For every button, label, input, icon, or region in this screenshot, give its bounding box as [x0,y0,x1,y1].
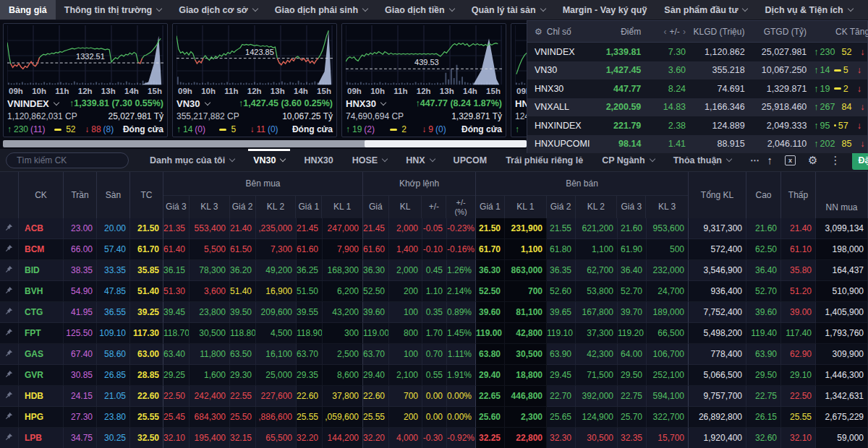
bid-vol-1[interactable]: 168,300 [323,260,363,281]
floor-price[interactable]: 47.85 [97,281,130,302]
menu-item-3[interactable]: Giao dịch phái sinh [266,0,376,20]
bid-price-2[interactable]: 25.50 [230,407,256,428]
match-price[interactable]: 39.60 [363,302,389,323]
pin-icon[interactable] [0,323,19,344]
bid-price-1[interactable]: 29.35 [297,365,323,386]
ask-vol-1[interactable]: 700 [505,281,547,302]
bid-price-3[interactable]: 32.10 [163,428,190,448]
floor-price[interactable]: 33.35 [97,260,130,281]
ask-price-3[interactable]: 64.00 [618,344,647,365]
ask-price-2[interactable]: 61.80 [547,239,576,260]
bid-vol-2[interactable]: 227,600 [256,386,297,407]
bid-vol-3[interactable]: 553,400 [190,218,230,239]
bid-vol-1[interactable]: 43,200 [323,302,363,323]
ask-price-1[interactable]: 21.50 [476,218,505,239]
bid-vol-2[interactable]: 4,500 [256,323,297,344]
bid-price-1[interactable]: 32.20 [297,428,323,448]
ticker-symbol[interactable]: GVR [19,365,64,386]
search-box[interactable] [6,152,129,168]
bid-price-3[interactable]: 63.40 [163,344,190,365]
match-price[interactable]: 61.60 [363,239,389,260]
match-price[interactable]: 63.70 [363,344,389,365]
ask-price-3[interactable]: 21.60 [618,218,647,239]
bid-vol-2[interactable]: 209,600 [256,302,297,323]
scroll-top-arrow-icon[interactable]: ↑ [767,155,773,165]
bid-price-2[interactable]: 29.30 [230,365,256,386]
ask-vol-3[interactable]: 24,700 [647,281,689,302]
menu-item-8[interactable]: Dịch vụ & Tiện ích [756,0,861,20]
match-price[interactable]: 36.30 [363,260,389,281]
ask-price-1[interactable]: 29.40 [476,365,505,386]
tab-danh-mục-của-tôi[interactable]: Danh mục của tôi [142,149,242,171]
floor-price[interactable]: 36.55 [97,302,130,323]
index-symbol-dropdown[interactable]: VNINDEX [7,98,59,109]
export-excel-icon[interactable]: x [785,155,796,165]
bid-vol-1[interactable]: 7,900 [323,239,363,260]
ask-price-2[interactable]: 29.45 [547,365,576,386]
bid-vol-1[interactable]: 247,000 [323,218,363,239]
bid-price-2[interactable]: 118.80 [230,323,256,344]
bid-price-3[interactable]: 61.40 [163,239,190,260]
ask-price-2[interactable]: 39.65 [547,302,576,323]
bid-price-3[interactable]: 29.25 [163,365,190,386]
ceiling-price[interactable]: 38.35 [64,260,97,281]
match-change[interactable]: 1.70 [422,323,447,344]
menu-item-0[interactable]: Bảng giá [0,0,56,20]
match-change-pct[interactable]: 0.89% [447,302,476,323]
match-vol[interactable]: 200 [389,407,422,428]
match-vol[interactable]: 100 [389,344,422,365]
bid-vol-3[interactable]: 23,800 [190,302,230,323]
ticker-symbol[interactable]: BVH [19,281,64,302]
pin-icon[interactable] [0,407,19,428]
bid-vol-2[interactable]: 65,500 [256,428,297,448]
bid-price-3[interactable]: 39.45 [163,302,190,323]
match-change[interactable]: 0.55 [422,365,447,386]
menu-item-4[interactable]: Giao dịch tiền [376,0,463,20]
match-price[interactable]: 22.60 [363,386,389,407]
menu-item-5[interactable]: Quản lý tài sản [463,0,554,20]
floor-price[interactable]: 21.05 [97,386,130,407]
reference-price[interactable]: 51.40 [130,281,163,302]
bid-price-1[interactable]: 21.45 [297,218,323,239]
settings-gear-icon[interactable]: ⚙ [535,27,542,37]
match-change[interactable]: -0.05 [422,218,447,239]
ask-vol-1[interactable]: 231,900 [505,218,547,239]
pin-icon[interactable] [0,239,19,260]
ticker-symbol[interactable]: ACB [19,218,64,239]
ask-vol-3[interactable]: 594,100 [647,386,689,407]
bid-price-3[interactable]: 22.50 [163,386,190,407]
match-change[interactable]: 0.00 [422,386,447,407]
match-change[interactable]: 0.45 [422,260,447,281]
ask-vol-1[interactable]: 81,100 [505,302,547,323]
ceiling-price[interactable]: 66.00 [64,239,97,260]
ceiling-price[interactable]: 41.95 [64,302,97,323]
reference-price[interactable]: 28.85 [130,365,163,386]
ask-price-2[interactable]: 21.55 [547,218,576,239]
ask-price-1[interactable]: 61.70 [476,239,505,260]
ask-vol-1[interactable]: 22,800 [505,428,547,448]
match-change[interactable]: -0.30 [422,428,447,448]
match-change-pct[interactable]: 2.14% [447,281,476,302]
index-row-vn30[interactable]: VN301,427.453.60355.21810,067.250↑145↓ [527,61,867,80]
bid-price-2[interactable]: 32.15 [230,428,256,448]
match-vol[interactable]: 4,000 [389,428,422,448]
bid-price-1[interactable]: 36.25 [297,260,323,281]
reference-price[interactable]: 25.55 [130,407,163,428]
match-price[interactable]: 52.50 [363,281,389,302]
bid-vol-1[interactable]: 144,200 [323,428,363,448]
ceiling-price[interactable]: 30.85 [64,365,97,386]
ask-price-3[interactable]: 36.40 [618,260,647,281]
bid-price-1[interactable]: 22.60 [297,386,323,407]
ask-price-2[interactable]: 22.70 [547,386,576,407]
bid-price-3[interactable]: 51.30 [163,281,190,302]
match-price[interactable]: 32.20 [363,428,389,448]
ask-vol-1[interactable]: 18,800 [505,365,547,386]
ask-price-1[interactable]: 36.30 [476,260,505,281]
match-vol[interactable]: 700 [389,386,422,407]
match-vol[interactable]: 100 [389,302,422,323]
ask-vol-2[interactable]: 30,500 [576,428,618,448]
bid-vol-1[interactable]: 37,800 [323,386,363,407]
ask-vol-1[interactable]: 2,300 [505,407,547,428]
index-row-vnxall[interactable]: VNXALL2,200.5914.831,166.34625,918.460↑2… [527,98,867,117]
floor-price[interactable]: 109.10 [97,323,130,344]
